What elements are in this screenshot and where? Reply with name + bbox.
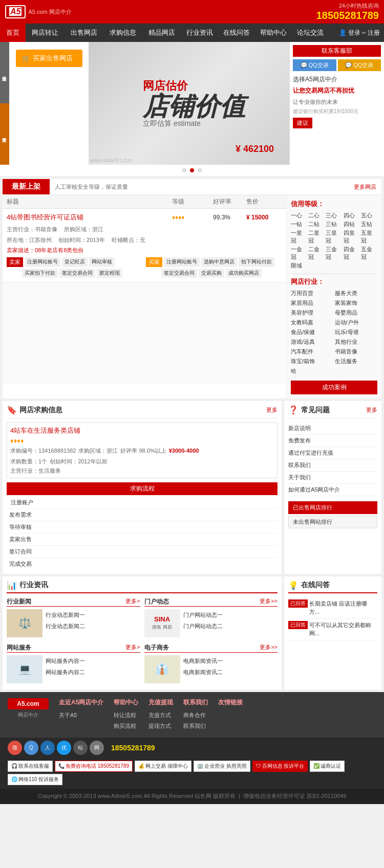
credit-1[interactable]: 一心 [291,212,307,219]
buyer-tag-1[interactable]: 注册网站账号 [164,257,200,267]
ind-13[interactable]: 汽车配件 [291,347,334,356]
credit-15[interactable]: 五皇冠 [361,229,377,244]
credit-18[interactable]: 三金冠 [326,246,342,261]
faq-item-5[interactable]: 关于我们 [288,472,377,484]
ad-label[interactable]: 黄金广告 [0,103,9,165]
dot-1[interactable] [182,168,186,172]
faq-item-4[interactable]: 联系我们 [288,459,377,472]
ind-3[interactable]: 家居用品 [291,299,334,307]
cert-110[interactable]: 🛡百网信息 投诉平台 [252,761,308,772]
buyer-tag-4[interactable]: 签定交易合同 [161,269,197,278]
social-weibo[interactable]: 微 [8,741,22,755]
nav-item-transfer[interactable]: 网店转让 [26,24,65,42]
credit-10[interactable]: 五钻 [361,220,377,228]
credit-6[interactable]: 一钻 [291,220,307,228]
ind-12[interactable]: 其他行业 [335,338,378,346]
nav-item-buy[interactable]: 求购信息 [103,24,142,42]
credit-9[interactable]: 四钻 [344,220,360,228]
nav-item-home[interactable]: 首页 [0,24,26,42]
seller-tag-4[interactable]: 买家拍下付款 [22,269,58,278]
qa-text-2[interactable]: 可不可以从其它交易都称网... [309,621,377,638]
nav-item-premium[interactable]: 精品网店 [142,24,181,42]
dot-2[interactable] [190,168,194,172]
credit-21[interactable]: 限域 [291,262,377,270]
success-bar[interactable]: 成功案例 [291,381,377,394]
buyer-tag-5[interactable]: 交易买购 [199,269,224,278]
ind-11[interactable]: 游戏/远真 [291,338,334,346]
footer-biz-link[interactable]: 商务合作 [183,710,208,721]
credit-3[interactable]: 三心 [326,212,342,219]
ind-15[interactable]: 珠宝/箱饰 [291,357,334,366]
nav-item-help[interactable]: 帮助中心 [255,24,292,42]
announcement-label[interactable]: 最新公告 [0,42,9,103]
qa-text-1[interactable]: 长期卖店铺 应该注册哪方... [309,599,377,616]
login-link[interactable]: 登录 [348,29,360,37]
rank-tab-unsold[interactable]: 未出售网站排行 [288,516,377,528]
seller-tag-3[interactable]: 网站审核 [89,257,115,267]
register-link[interactable]: 注册 [368,29,380,37]
social-4[interactable]: 网 [90,741,104,755]
social-youku[interactable]: 优 [57,741,71,755]
cert-alipay[interactable]: 💰网上交易 保障中心 [135,761,191,772]
buyer-tag-2[interactable]: 选购中意网店 [201,257,237,267]
dot-3[interactable] [198,168,202,172]
credit-14[interactable]: 四皇冠 [344,229,360,244]
credit-17[interactable]: 二金冠 [308,246,325,261]
cert-net110[interactable]: 🌐网络110 投诉服务 [8,774,62,785]
cert-online-service[interactable]: 🎧联系在线客服 [8,761,53,772]
credit-2[interactable]: 二心 [308,212,325,219]
ad-action-btn[interactable]: 建议 [293,118,312,128]
nav-item-news[interactable]: 行业资讯 [181,24,218,42]
cert-business[interactable]: 🏢企业营业 执照亮照 [194,761,250,772]
faq-item-6[interactable]: 如何通过A5网店中介 [288,484,377,496]
sell-store-button[interactable]: 🛒 买家出售网店 [16,50,82,67]
credit-5[interactable]: 五心 [361,212,377,219]
ind-5[interactable]: 美容护理 [291,308,334,317]
news-cat-portal-more[interactable]: 更多>> [260,597,278,606]
footer-charge-method-link[interactable]: 充值方式 [148,710,173,721]
credit-13[interactable]: 三皇冠 [326,229,342,244]
nav-item-sell[interactable]: 出售网店 [65,24,103,42]
ind-7[interactable]: 女教码嘉 [291,318,334,327]
social-qq[interactable]: Q [24,741,38,755]
cert-credit[interactable]: ✅诚商认证 [310,761,345,772]
buyer-tag-3[interactable]: 拍下网站付款 [239,257,274,267]
footer-buy-link[interactable]: 购买流程 [114,721,138,731]
ind-4[interactable]: 家装家饰 [335,299,378,307]
nav-item-forum[interactable]: 论坛交流 [292,24,329,42]
footer-transfer-link[interactable]: 转让流程 [114,710,138,721]
ind-9[interactable]: 食品/保健 [291,328,334,337]
credit-11[interactable]: 一皇冠 [291,229,307,244]
footer-about-link[interactable]: 关于A5 [59,710,103,721]
purchase-more[interactable]: 更多 [266,406,278,414]
qq-chat-btn1[interactable]: 💬 QQ交谈 [293,59,336,71]
nav-item-qa[interactable]: 在线问答 [218,24,255,42]
newest-more-link[interactable]: 更多网店 [349,179,381,194]
faq-item-2[interactable]: 免费发布 [288,435,377,447]
faq-item-1[interactable]: 新店说明 [288,422,377,435]
ind-1[interactable]: 万用百货 [291,289,334,298]
ind-2[interactable]: 服务大类 [335,289,378,298]
news-cat-ecommerce-more[interactable]: 更多>> [260,643,278,652]
credit-19[interactable]: 四金冠 [344,246,360,261]
footer-us-link[interactable]: 联系我们 [183,721,208,731]
cert-hotline-box[interactable]: 📞免费咨询电话 18505281789 [55,761,133,772]
ind-10[interactable]: 玩乐/母谁 [335,328,378,337]
social-3[interactable]: 站 [73,741,88,755]
seller-tag-6[interactable]: 胶定程现 [97,269,122,278]
footer-withdraw-link[interactable]: 提现方式 [148,721,173,731]
seller-tag-1[interactable]: 注册网站账号 [25,257,60,267]
product-name[interactable]: 4钻带图书经营许可证店铺 [7,213,172,222]
credit-12[interactable]: 二皇冠 [308,229,325,244]
rank-tab-sold[interactable]: 已出售网店排行 [288,501,377,514]
buyer-tag-6[interactable]: 成功购买网店 [226,269,262,278]
purchase-item-name[interactable]: 4站车在生活服务类店铺 [10,426,274,435]
credit-16[interactable]: 一金冠 [291,246,307,261]
news-cat-webservice-more[interactable]: 更多> [125,643,140,652]
ind-17[interactable]: 哈 [291,367,334,375]
ind-6[interactable]: 母婴用品 [335,308,378,317]
ind-14[interactable]: 书籍音像 [335,347,378,356]
credit-7[interactable]: 二钻 [308,220,325,228]
qq-chat-btn2[interactable]: 💬 QQ交谈 [338,59,381,71]
seller-tag-2[interactable]: 皇记旺店 [62,257,88,267]
